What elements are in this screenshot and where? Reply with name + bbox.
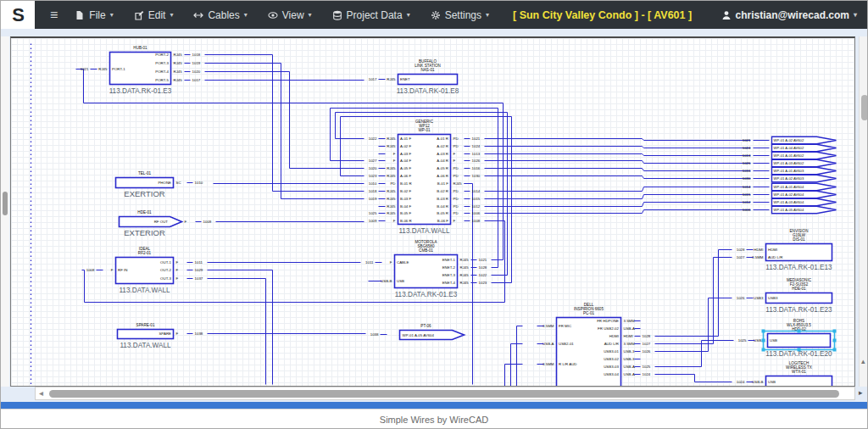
user-icon (721, 10, 732, 20)
block-wp-01[interactable]: GENERICWP12WP-01113.DATA.WALLA-01 FRJ451… (369, 120, 481, 235)
wire[interactable] (655, 341, 734, 367)
wire[interactable] (485, 154, 751, 156)
wire[interactable] (485, 169, 751, 171)
port-name: R L/R AUD (559, 362, 576, 366)
port-name: ENET-1 (442, 258, 456, 262)
menu-cables[interactable]: Cables▾ (193, 9, 247, 21)
left-vertical-scrollbar[interactable] (1, 36, 9, 387)
wire[interactable] (485, 203, 751, 207)
connector-type: USB-B (381, 279, 392, 283)
user-account-menu[interactable]: christian@wirecad.com▾ (721, 9, 857, 21)
block-wtx-01[interactable]: LOGITECHWIRELESS TXWTX-01USBUSB-B1024 (737, 361, 832, 386)
offsheet-arrow[interactable]: 1024WP-01 A-04 AV602 (743, 144, 837, 151)
gear-icon (431, 10, 441, 20)
scroll-right-arrow-icon[interactable]: ▸ (859, 388, 863, 397)
main-menu: File▾ Edit▾ Cables▾ View▾ Project Data▾ … (75, 9, 489, 21)
connector-type: 3.5MM (542, 362, 554, 366)
menu-view[interactable]: View▾ (268, 9, 312, 21)
wire[interactable] (655, 258, 732, 344)
footer-text: Simple Wires by WireCAD (380, 415, 488, 425)
port-name: HDMI (768, 248, 777, 252)
offsheet-arrow[interactable]: 1021WP-01 A-02 AV602 (743, 136, 837, 143)
port-name: RF OUT (154, 220, 169, 224)
offsheet-arrow[interactable]: 1014WP-01 A-01 AV604 (743, 183, 837, 190)
port-name: ENET (400, 77, 410, 81)
menu-edit[interactable]: Edit▾ (134, 9, 174, 21)
wire[interactable] (517, 326, 523, 387)
menu-settings[interactable]: Settings▾ (431, 9, 489, 21)
port-name: A-05 R (437, 166, 448, 170)
right-vertical-scrollbar[interactable]: ▴ (859, 36, 868, 387)
port-name: A-05 F (400, 166, 411, 170)
block-header: RF2-01 (138, 251, 152, 255)
horizontal-scrollbar-thumb[interactable] (49, 390, 839, 398)
wire[interactable] (655, 375, 732, 382)
selection-handle[interactable] (762, 330, 765, 333)
wire-number: 1024 (743, 146, 751, 150)
block-hde-01-wall[interactable]: HDE-01EXTERIORRF OUTF1009 (120, 210, 212, 237)
selection-handle[interactable] (833, 330, 837, 333)
selection-handle[interactable] (762, 339, 765, 343)
block-hde-01-rk[interactable]: MEDIASONICF2-SU3S2HDE-01113.DATA.RK-01.E… (737, 278, 832, 314)
wire[interactable] (485, 210, 751, 214)
block-spare-01[interactable]: SPARE-01113.DATA.WALLSPAREF1038 (118, 323, 203, 349)
block-hdd-02[interactable]: ROHSWLX-850U3.5HDD-02113.DATA.RK-01.E20U… (738, 319, 832, 358)
wire-number: 1028 (479, 265, 487, 270)
port-name: B-05 R (437, 211, 448, 215)
block-cmb-01[interactable]: MOTOROLASBG6580CMB-01113.DATA.RK-01.E3CA… (365, 240, 487, 298)
wire[interactable] (485, 161, 751, 164)
footer: Simple Wires by WireCAD (1, 409, 867, 429)
offsheet-arrow[interactable]: 1012WP-01 A-03 AV604 (743, 198, 837, 205)
wire[interactable] (485, 139, 751, 141)
left-scrollbar-thumb[interactable] (3, 192, 8, 215)
wirecad-logo[interactable]: S (1, 1, 35, 29)
menu-file-label: File (89, 9, 105, 21)
block-location-label: 113.DATA.WALL (398, 227, 450, 235)
selection-handle[interactable] (833, 348, 837, 352)
right-scrollbar-thumb[interactable] (861, 95, 868, 120)
wire[interactable] (208, 279, 266, 385)
block-outline[interactable] (120, 217, 182, 227)
offsheet-arrow[interactable]: 1013WP-01 A-01 AV602 (743, 152, 837, 159)
block-location-label: 113.DATA.RK-01.E3 (109, 87, 172, 95)
offsheet-arrow[interactable]: 1016WP-01 A-01 AV603 (743, 167, 837, 174)
block-header: HUB-01 (133, 46, 147, 50)
connector-type: RJ45 (453, 181, 463, 186)
wire[interactable] (485, 195, 751, 199)
wire[interactable] (485, 176, 751, 179)
chevron-down-icon: ▾ (110, 11, 114, 19)
port-name: A-02 F (400, 144, 411, 148)
offsheet-arrow[interactable]: 1006WP-01 A-05 AV604 (743, 206, 837, 213)
horizontal-scrollbar[interactable]: ◂ (35, 387, 855, 400)
menu-file[interactable]: File▾ (75, 9, 113, 21)
block-outline[interactable] (766, 376, 832, 387)
scroll-up-arrow-icon[interactable]: ▴ (861, 357, 865, 365)
selection-handle[interactable] (798, 330, 801, 333)
wire[interactable] (655, 250, 732, 337)
scroll-left-arrow-icon[interactable]: ◂ (39, 388, 43, 398)
block-pc-01[interactable]: DELLINSPIRION 6605PC-01FR MIC3.5MMUSB2-0… (537, 303, 651, 386)
wiring-diagram[interactable]: HUB-01113.DATA.RK-01.E3PORT-1RJ451021POR… (11, 38, 854, 386)
block-dis-01[interactable]: ENVISIONG19LWDIS-01113.DATA.RK-01.E13HDM… (737, 229, 832, 271)
selection-handle[interactable] (762, 348, 765, 352)
offsheet-arrow[interactable]: 1015WP-01 A-02 AV604 (743, 191, 837, 198)
offsheet-arrow[interactable]: 1026WP-01 A-03 AV602 (743, 159, 837, 166)
block-hub-01[interactable]: HUB-01113.DATA.RK-01.E3PORT-1RJ451021POR… (81, 46, 201, 95)
wire[interactable] (505, 365, 523, 387)
selection-handle[interactable] (798, 348, 801, 352)
drawing-canvas[interactable]: HUB-01113.DATA.RK-01.E3PORT-1RJ451021POR… (10, 36, 855, 387)
block-nas-01[interactable]: BUFFALOLINK STATIONNAS-01113.DATA.RK-01.… (369, 59, 459, 95)
selection-handle[interactable] (833, 339, 837, 343)
offsheet-arrow[interactable]: 1030WP-01 A-02 AV603 (743, 175, 837, 181)
port-name: FR USB2-02 (598, 326, 619, 331)
block-pt-06[interactable]: PT-06WP-01 A-05 AV6041038 (370, 324, 465, 340)
menu-project-data[interactable]: Project Data▾ (332, 9, 410, 21)
block-tel-01[interactable]: TEL-01EXERTIORPHONESC1010 (116, 171, 203, 198)
hamburger-menu-icon[interactable]: ≡ (50, 8, 58, 23)
connector-type: USB-A (624, 326, 635, 331)
wire[interactable] (485, 147, 751, 148)
block-rf2-01[interactable]: IDEALRF2-01113.DATA.WALLRF INF1008OUT-1F… (86, 247, 203, 294)
block-header: WTX-01 (792, 370, 806, 374)
wire[interactable] (485, 187, 751, 192)
wire[interactable] (208, 270, 273, 385)
